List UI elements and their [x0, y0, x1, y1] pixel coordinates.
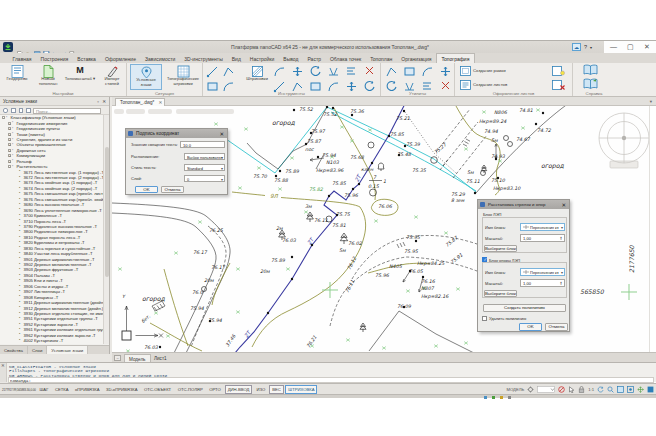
ribbon-tab[interactable]: Топография — [436, 53, 475, 63]
ribbon-tool-icon[interactable] — [421, 65, 434, 78]
minimize-button[interactable]: — — [610, 43, 617, 51]
navigation-wheel[interactable] — [599, 113, 649, 163]
ribbon-tab[interactable]: Растр — [303, 54, 326, 63]
toposcale-button[interactable]: М Топомасштаб ▾ — [64, 64, 96, 90]
help-online-icon[interactable] — [583, 78, 598, 89]
scale-combo[interactable] — [537, 386, 555, 393]
status-toggle[interactable]: ОТС-ОБЪЕКТ — [141, 385, 173, 394]
scale-input-2[interactable]: 1,00▴▾ — [520, 279, 565, 287]
search-input[interactable]: Поиск... — [33, 108, 101, 114]
conventional-signs-button[interactable]: Условные знаки — [130, 64, 162, 90]
topographic-hatches-button[interactable]: Топографические штриховки — [165, 64, 201, 90]
choose-block-button-1[interactable]: Выберите блок — [484, 245, 517, 253]
panel-close-icon[interactable]: ✕ — [102, 99, 106, 104]
ribbon-tab[interactable]: Построения — [36, 54, 73, 63]
block-name-combo-2[interactable]: Пересечения кз▾ — [520, 268, 565, 276]
status-toggle[interactable]: ОТС-ПОЛЯР — [175, 385, 205, 394]
help-icon[interactable]: ? — [584, 44, 587, 50]
status-toggle[interactable]: ШАГ — [37, 385, 51, 394]
collapse-all-icon[interactable] — [11, 108, 16, 113]
ribbon-tab[interactable]: Главная — [8, 54, 36, 63]
help-dropdown-icon[interactable]: ▾ — [590, 45, 592, 50]
command-close-icon[interactable]: ✕ — [0, 363, 6, 368]
text-style-combo[interactable]: Standard▾ — [184, 164, 225, 171]
open-file-icon[interactable] — [26, 44, 32, 51]
nanocad-logo-icon[interactable] — [3, 42, 13, 52]
fullscreen-icon[interactable] — [647, 386, 654, 393]
import-styles-button[interactable]: Импорт стилей — [97, 64, 127, 90]
ribbon-tool-icon[interactable] — [206, 65, 219, 78]
dialog2-cancel-button[interactable]: Отмена — [545, 323, 568, 331]
status-toggle[interactable]: 3D-оПРИВЯЗКА — [104, 385, 140, 394]
status-toggle[interactable]: СЕТКА — [52, 385, 71, 394]
dialog1-cancel-button[interactable]: Отмена — [161, 186, 184, 194]
command-prompt-input[interactable]: Команда: — [8, 377, 654, 383]
tree-item[interactable]: •4002 Кустарничек -Т — [0, 338, 104, 343]
document-tab[interactable]: Топоплан_.dwg*✕ — [115, 98, 165, 107]
ribbon-tab[interactable]: 3D-инструменты — [180, 54, 227, 63]
panel-tab[interactable]: Условные знаки — [47, 346, 88, 354]
dialog1-close-icon[interactable]: ✕ — [219, 131, 224, 137]
redo-icon[interactable] — [60, 44, 66, 51]
zoom-window-icon[interactable] — [617, 386, 624, 393]
ribbon-tool-icon[interactable] — [439, 65, 452, 78]
geotree-button[interactable]: Геодерево — [2, 64, 32, 90]
gear-icon[interactable] — [527, 386, 534, 393]
new-file-icon[interactable] — [17, 44, 23, 51]
pin-icon[interactable]: ▫ — [97, 99, 99, 104]
ribbon-tool-icon[interactable] — [327, 65, 340, 78]
ribbon-tab[interactable]: Топоплан — [366, 54, 397, 63]
maximize-button[interactable]: ▢ — [627, 43, 634, 51]
create-frame-button[interactable]: Создание рамки — [460, 65, 506, 76]
create-sheets-button[interactable]: Создание листов — [460, 79, 507, 90]
offset-input[interactable]: 10.0 — [180, 141, 225, 148]
frame-on-button[interactable] — [552, 65, 565, 76]
refresh-icon[interactable] — [597, 386, 604, 393]
choose-block-button-2[interactable]: Выберите блок — [484, 290, 517, 298]
tab-close-icon[interactable]: ✕ — [159, 100, 163, 105]
tray-icon[interactable] — [492, 396, 495, 399]
tab-list-icon[interactable]: ▾ — [650, 99, 652, 104]
scale-input-1[interactable]: 1,00▴▾ — [520, 234, 565, 242]
ribbon-tool-icon[interactable] — [291, 65, 304, 78]
zoom-icon[interactable] — [607, 386, 614, 393]
pan-icon[interactable] — [637, 386, 644, 393]
status-toggle[interactable]: ИЗО — [254, 385, 268, 394]
account-icon[interactable]: ☁ — [572, 43, 581, 51]
ribbon-tool-icon[interactable] — [273, 65, 286, 78]
undo-icon[interactable] — [51, 44, 57, 51]
ribbon-tab[interactable]: Вставка — [73, 54, 101, 63]
model-space-label[interactable]: МОДЕЛЬ — [506, 387, 524, 392]
dialog2-close-icon[interactable]: ✕ — [561, 202, 566, 208]
tray-icon[interactable] — [484, 396, 487, 399]
ribbon-tool-icon[interactable] — [309, 65, 322, 78]
view-mode-icon[interactable] — [26, 108, 31, 113]
tray-icon[interactable] — [508, 396, 511, 399]
ribbon-tool-icon[interactable] — [222, 65, 235, 78]
tree-scrollbar[interactable] — [103, 115, 109, 344]
lock-icon[interactable] — [578, 386, 585, 393]
panel-tab[interactable]: Свойства — [0, 346, 28, 354]
ribbon-tool-icon[interactable] — [345, 65, 358, 78]
ribbon-tab[interactable]: Вид — [227, 54, 245, 63]
help-book-icon[interactable] — [583, 64, 598, 75]
tray-icon[interactable] — [500, 396, 503, 399]
layer-combo[interactable]: 0▾ — [184, 175, 225, 182]
ribbon-tool-icon[interactable] — [403, 65, 416, 78]
expand-icon[interactable] — [19, 108, 24, 113]
minimize-tabs-icon[interactable]: – — [114, 355, 121, 361]
ribbon-tab[interactable]: Вывод — [279, 54, 303, 63]
status-toggle[interactable]: оПРИВЯЗКА — [73, 385, 103, 394]
ribbon-tab[interactable]: Оформление — [100, 54, 140, 63]
ribbon-tab[interactable]: Зависимости — [140, 54, 179, 63]
create-polyline-button[interactable]: Создать полилинию — [483, 304, 566, 312]
filter-icon[interactable] — [3, 108, 8, 113]
hatches-button[interactable]: Штриховки — [244, 64, 270, 90]
status-toggle[interactable]: ШТРИХОВКА — [285, 385, 317, 394]
cursor-icon[interactable] — [568, 386, 575, 393]
frame-delete-button[interactable] — [552, 79, 565, 90]
new-topoplan-button[interactable]: Новый топоплан — [33, 64, 63, 90]
save-all-icon[interactable] — [43, 44, 49, 51]
block-name-combo-1[interactable]: Пересечения кз▾ — [520, 223, 565, 231]
ribbon-tab[interactable]: Облака точек — [325, 54, 365, 63]
